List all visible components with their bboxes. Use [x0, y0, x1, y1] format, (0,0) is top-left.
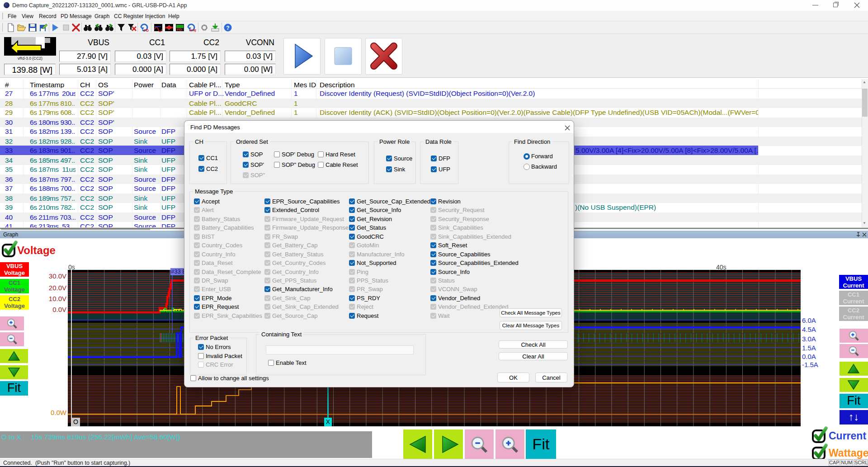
svg-text:?: ? — [226, 25, 229, 31]
svg-text:PD: PD — [177, 28, 182, 32]
svg-text:Grap: Grap — [189, 28, 196, 32]
svg-text:PD: PD — [144, 28, 149, 32]
